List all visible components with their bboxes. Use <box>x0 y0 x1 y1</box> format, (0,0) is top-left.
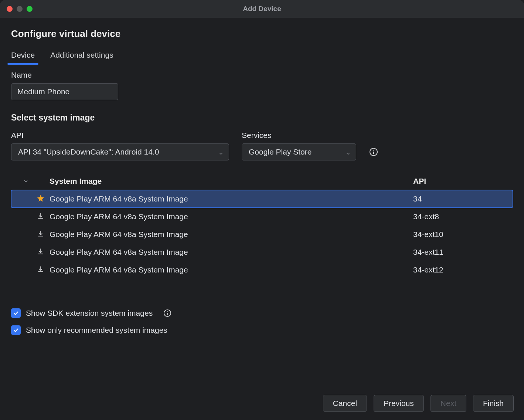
window-controls <box>0 6 33 12</box>
table-row[interactable]: Google Play ARM 64 v8a System Image34-ex… <box>11 243 513 261</box>
api-label: API <box>11 131 229 140</box>
next-button: Next <box>431 395 466 412</box>
api-select[interactable]: API 34 "UpsideDownCake"; Android 14.0 <box>11 143 229 160</box>
api-select-value: API 34 "UpsideDownCake"; Android 14.0 <box>18 148 159 156</box>
table-row[interactable]: Google Play ARM 64 v8a System Image34-ex… <box>11 208 513 226</box>
row-api: 34-ext10 <box>413 230 506 239</box>
table-row[interactable]: Google Play ARM 64 v8a System Image34 <box>11 190 513 208</box>
checkbox-recommended[interactable]: Show only recommended system images <box>11 325 513 335</box>
row-api: 34-ext11 <box>413 248 506 257</box>
download-icon[interactable] <box>37 230 44 239</box>
collapse-icon[interactable] <box>18 178 33 184</box>
finish-button[interactable]: Finish <box>473 395 514 412</box>
previous-button[interactable]: Previous <box>374 395 424 412</box>
checkbox-sdk-extension[interactable]: Show SDK extension system images <box>11 308 513 318</box>
name-input[interactable] <box>11 83 118 100</box>
svg-point-2 <box>373 150 374 151</box>
page-title: Configure virtual device <box>11 28 513 40</box>
tab-device[interactable]: Device <box>11 48 35 64</box>
cancel-button[interactable]: Cancel <box>323 395 367 412</box>
minimize-icon <box>17 6 23 12</box>
checkbox-icon[interactable] <box>11 308 21 318</box>
titlebar: Add Device <box>0 0 524 18</box>
download-icon[interactable] <box>37 212 44 221</box>
row-name: Google Play ARM 64 v8a System Image <box>48 194 413 203</box>
table-row[interactable]: Google Play ARM 64 v8a System Image34-ex… <box>11 261 513 279</box>
row-api: 34-ext12 <box>413 265 506 274</box>
row-name: Google Play ARM 64 v8a System Image <box>48 248 413 257</box>
window-title: Add Device <box>0 5 524 13</box>
table-row[interactable]: Google Play ARM 64 v8a System Image34-ex… <box>11 226 513 243</box>
row-name: Google Play ARM 64 v8a System Image <box>48 265 413 274</box>
row-api: 34 <box>413 194 506 203</box>
services-select-value: Google Play Store <box>249 148 312 156</box>
table-header-row: System Image API <box>11 177 513 190</box>
chevron-down-icon <box>346 149 351 155</box>
checkbox-recommended-label: Show only recommended system images <box>26 326 167 335</box>
tabs: Device Additional settings <box>11 48 513 64</box>
header-system-image[interactable]: System Image <box>48 177 413 186</box>
name-label: Name <box>11 71 513 79</box>
row-name: Google Play ARM 64 v8a System Image <box>48 212 413 221</box>
row-api: 34-ext8 <box>413 212 506 221</box>
info-icon[interactable] <box>163 309 172 318</box>
select-image-heading: Select system image <box>11 113 513 123</box>
star-icon <box>37 194 45 204</box>
header-api[interactable]: API <box>413 177 506 186</box>
info-icon[interactable] <box>369 147 378 157</box>
svg-point-9 <box>167 311 168 312</box>
download-icon[interactable] <box>37 265 44 274</box>
row-name: Google Play ARM 64 v8a System Image <box>48 230 413 239</box>
download-icon[interactable] <box>37 248 44 257</box>
maximize-icon[interactable] <box>27 6 33 12</box>
close-icon[interactable] <box>7 6 13 12</box>
system-image-table: System Image API Google Play ARM 64 v8a … <box>11 177 513 279</box>
checkbox-sdk-extension-label: Show SDK extension system images <box>26 309 153 318</box>
checkbox-icon[interactable] <box>11 325 21 335</box>
tab-additional-settings[interactable]: Additional settings <box>50 48 113 64</box>
services-label: Services <box>242 131 356 140</box>
footer-buttons: Cancel Previous Next Finish <box>323 395 514 412</box>
chevron-down-icon <box>218 149 224 155</box>
services-select[interactable]: Google Play Store <box>242 143 356 160</box>
